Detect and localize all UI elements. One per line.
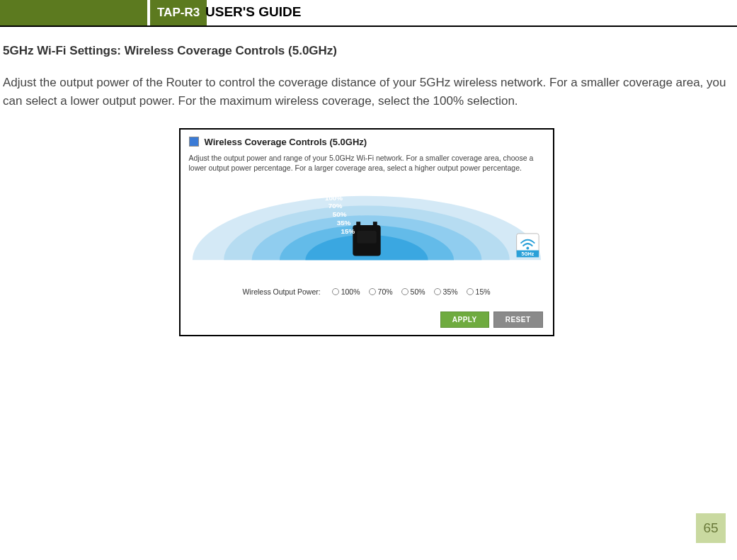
svg-point-11 [526,247,529,250]
arc-label-15: 15% [341,227,355,235]
panel-header: Wireless Coverage Controls (5.0GHz) [189,137,544,147]
section-heading: 5GHz Wi-Fi Settings: Wireless Coverage C… [3,44,730,58]
coverage-panel: Wireless Coverage Controls (5.0GHz) Adju… [179,128,554,336]
arc-label-50: 50% [332,210,346,218]
radio-35[interactable]: 35% [434,287,458,296]
radio-50[interactable]: 50% [401,287,425,296]
radio-70[interactable]: 70% [369,287,393,296]
reset-button[interactable]: RESET [493,312,543,328]
output-power-label: Wireless Output Power: [242,287,320,296]
panel-button-row: APPLY RESET [189,312,544,328]
radio-icon [434,288,441,295]
arc-label-70: 70% [328,202,342,210]
apply-button[interactable]: APPLY [440,312,489,328]
radio-icon [369,288,376,295]
arc-label-35: 35% [336,219,350,227]
panel-title: Wireless Coverage Controls (5.0GHz) [205,137,367,147]
output-power-row: Wireless Output Power: 100% 70% 50% 35% … [189,287,544,296]
arc-label-100: 100% [324,194,342,202]
radio-icon [332,288,339,295]
svg-text:5GHz: 5GHz [521,251,534,256]
panel-description: Adjust the output power and range of you… [189,153,544,173]
model-badge: TAP-R3 [150,0,207,25]
page-content: 5GHz Wi-Fi Settings: Wireless Coverage C… [0,27,737,336]
coverage-diagram: 100% 70% 50% 35% 15% 5GHz [189,183,544,275]
svg-rect-7 [356,222,360,232]
radio-15[interactable]: 15% [467,287,491,296]
guide-title: USER'S GUIDE [205,4,301,20]
panel-bullet-icon [189,137,199,147]
wifi-5ghz-icon: 5GHz [516,234,538,257]
radio-100[interactable]: 100% [332,287,360,296]
radio-icon [467,288,474,295]
page-number: 65 [696,513,726,543]
svg-rect-8 [372,222,377,232]
document-header: TAP-R3 USER'S GUIDE [0,6,737,27]
radio-icon [401,288,409,295]
header-green-stripe [0,0,149,25]
svg-rect-9 [357,231,377,244]
section-body: Adjust the output power of the Router to… [3,74,730,111]
